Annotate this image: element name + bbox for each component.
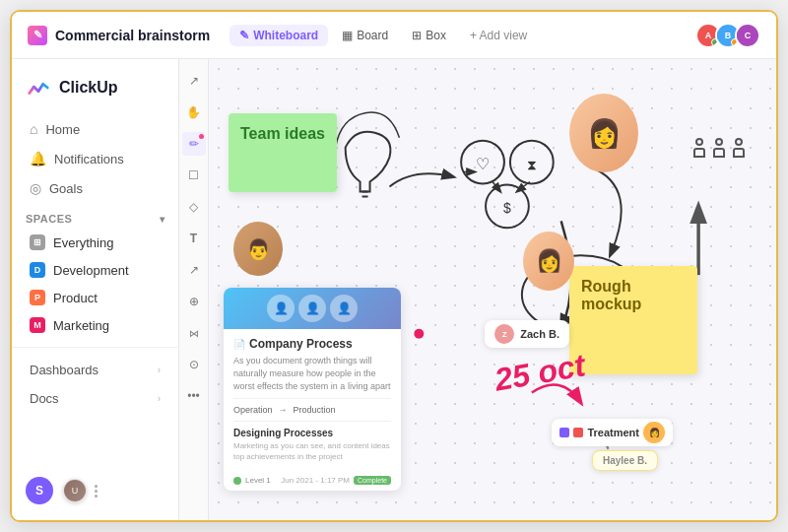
sidebar-item-dashboards[interactable]: Dashboards › xyxy=(16,356,174,384)
bell-icon: 🔔 xyxy=(30,151,46,166)
card-bottom-text: Marketing as you can see, and content id… xyxy=(233,441,391,462)
hand-tool-button[interactable]: ✋ xyxy=(182,100,206,124)
diamond-tool-button[interactable]: ◇ xyxy=(182,195,206,219)
sidebar-item-marketing[interactable]: M Marketing xyxy=(16,311,174,339)
people-icons-group xyxy=(691,138,747,160)
text-tool-button[interactable]: T xyxy=(182,227,206,250)
sidebar-item-notifications[interactable]: 🔔 Notifications xyxy=(16,144,174,173)
card-footer: Level 1 Jun 2021 - 1:17 PM Complete xyxy=(224,470,401,491)
pen-dot xyxy=(199,134,204,139)
docs-arrow: › xyxy=(158,393,161,404)
more-tool-button[interactable]: ••• xyxy=(182,384,206,408)
person-icon-2 xyxy=(711,138,727,160)
chevron-down-icon[interactable]: ▾ xyxy=(160,214,165,225)
canvas-man-avatar: 👨 xyxy=(233,222,283,276)
sidebar-item-goals[interactable]: ◎ Goals xyxy=(16,173,174,203)
view-board[interactable]: ▦ Board xyxy=(332,25,398,46)
main-layout: ClickUp ⌂ Home 🔔 Notifications ◎ Goals S… xyxy=(12,59,776,520)
dev-dot: D xyxy=(30,262,45,278)
spaces-header: Spaces ▾ xyxy=(12,203,178,229)
emoji-tool-button[interactable]: ⊕ xyxy=(182,290,206,313)
home-icon: ⌂ xyxy=(30,121,37,137)
sidebar-bottom: Dashboards › Docs › xyxy=(12,347,178,413)
connector-tool-button[interactable]: ↗ xyxy=(182,258,206,282)
person-icon-1 xyxy=(691,138,707,160)
level-label: Level 1 xyxy=(245,476,271,485)
whiteboard-icon: ✎ xyxy=(239,29,249,42)
canvas[interactable]: ♡ ⧗ $ xyxy=(209,59,776,520)
sidebar-item-docs[interactable]: Docs › xyxy=(16,384,174,413)
header-avatars: A B C xyxy=(695,23,760,48)
view-whiteboard[interactable]: ✎ Whiteboard xyxy=(230,25,328,46)
svg-point-4 xyxy=(510,141,554,184)
company-process-card[interactable]: 👤 👤 👤 📄 Company Process As you document … xyxy=(224,288,401,491)
person-icon-3 xyxy=(731,138,747,160)
svg-point-2 xyxy=(461,141,504,184)
graph-tool-button[interactable]: ⋈ xyxy=(182,321,206,345)
sidebar-item-product[interactable]: P Product xyxy=(16,284,174,311)
svg-point-6 xyxy=(486,184,529,228)
product-dot: P xyxy=(30,290,45,305)
select-tool-button[interactable]: ↗ xyxy=(182,69,206,93)
card-subtitle: Designing Processes xyxy=(233,428,391,438)
board-icon: ▦ xyxy=(342,29,353,42)
card-divider-2 xyxy=(233,421,391,422)
more-options-button[interactable] xyxy=(95,485,98,498)
card-divider xyxy=(233,398,391,399)
sidebar-footer[interactable]: S U xyxy=(12,469,178,512)
zach-label[interactable]: Z Zach B. xyxy=(485,320,569,348)
haylee-label[interactable]: Haylee B. xyxy=(592,450,658,471)
header-views: ✎ Whiteboard ▦ Board ⊞ Box + Add view xyxy=(230,25,537,46)
user-avatar: S xyxy=(26,477,53,504)
marketing-dot: M xyxy=(30,317,45,333)
add-view-button[interactable]: + Add view xyxy=(460,25,537,46)
tools-panel: ↗ ✋ ✏ ☐ ◇ T ↗ ⊕ ⋈ ⊙ ••• xyxy=(179,59,209,520)
svg-text:♡: ♡ xyxy=(476,156,490,172)
card-header: 👤 👤 👤 xyxy=(224,288,401,329)
sidebar-item-development[interactable]: D Development xyxy=(16,256,174,284)
treatment-label[interactable]: Treatment 👩 xyxy=(552,419,673,446)
date-label: Jun 2021 - 1:17 PM xyxy=(281,476,350,485)
project-name: Commercial brainstorm xyxy=(55,28,210,43)
app-window: ✎ Commercial brainstorm ✎ Whiteboard ▦ B… xyxy=(10,10,778,522)
box-icon: ⊞ xyxy=(412,29,422,42)
sidebar-item-everything[interactable]: ⊞ Everything xyxy=(16,229,174,256)
avatar-3: C xyxy=(735,23,760,48)
card-title: 📄 Company Process xyxy=(233,337,391,351)
svg-text:$: $ xyxy=(503,200,511,216)
project-icon: ✎ xyxy=(28,26,47,45)
progress-dot xyxy=(233,477,241,485)
clickup-logo-icon xyxy=(26,75,51,100)
date-text: 25 oct xyxy=(492,347,588,398)
header-title: ✎ Commercial brainstorm xyxy=(28,26,210,45)
globe-tool-button[interactable]: ⊙ xyxy=(182,353,206,376)
view-box[interactable]: ⊞ Box xyxy=(402,25,456,46)
card-body: 📄 Company Process As you document growth… xyxy=(224,329,401,470)
sticky-note-rough-mockup[interactable]: Rough mockup xyxy=(569,266,697,374)
header: ✎ Commercial brainstorm ✎ Whiteboard ▦ B… xyxy=(12,12,776,59)
sidebar-item-home[interactable]: ⌂ Home xyxy=(16,114,174,144)
shape-tool-button[interactable]: ☐ xyxy=(182,164,206,187)
card-text: As you document growth things will natur… xyxy=(233,355,391,392)
canvas-oval-avatar: 👩 xyxy=(523,232,574,291)
svg-text:⧗: ⧗ xyxy=(527,157,537,172)
people-row-top xyxy=(691,138,747,160)
dashboards-arrow: › xyxy=(158,365,161,375)
pen-tool-button[interactable]: ✏ xyxy=(182,132,206,156)
card-row: Operation → Production xyxy=(233,405,391,415)
svg-point-10 xyxy=(414,329,424,339)
complete-badge: Complete xyxy=(354,476,391,485)
sidebar: ClickUp ⌂ Home 🔔 Notifications ◎ Goals S… xyxy=(12,59,179,520)
logo: ClickUp xyxy=(12,67,178,114)
sticky-note-team-ideas[interactable]: Team ideas xyxy=(229,113,337,192)
everything-dot: ⊞ xyxy=(30,234,45,250)
user-photo: U xyxy=(63,479,87,502)
goals-icon: ◎ xyxy=(30,180,41,196)
canvas-face-avatar: 👩 xyxy=(569,94,638,172)
